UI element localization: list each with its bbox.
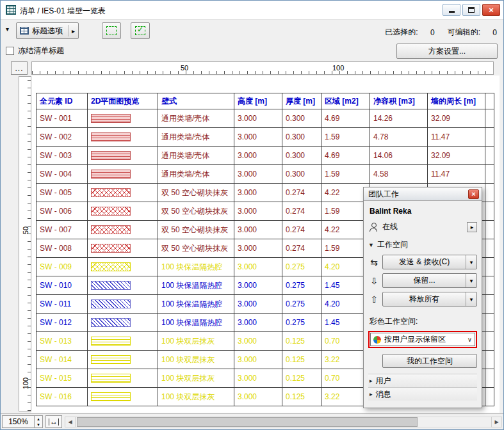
table-row[interactable]: SW - 003 通用类墙/壳体 3.000 0.300 4.69 14.06 … [37,147,494,165]
cell-element-id[interactable]: SW - 010 [37,276,88,295]
messages-section-header[interactable]: ▸ 消息 [368,387,477,401]
cell-thickness[interactable]: 0.125 [282,369,321,388]
cell-area[interactable]: 4.69 [321,109,370,128]
cell-perimeter[interactable]: 32.09 [428,109,485,128]
cell-thickness[interactable]: 0.274 [282,202,321,221]
column-header[interactable]: 墙的周长 [m] [428,93,485,109]
cell-thickness[interactable]: 0.125 [282,351,321,369]
cell-preview[interactable] [88,276,158,295]
marquee-select-checked-button[interactable]: ✓ [131,22,150,39]
cell-thickness[interactable]: 0.274 [282,221,321,239]
chevron-down-icon[interactable]: ▾ [466,292,476,306]
cell-element-id[interactable]: SW - 013 [37,332,88,351]
cell-wall-type[interactable]: 100 块双层抹灰 [158,332,234,351]
cell-height[interactable]: 3.000 [234,388,282,406]
cell-net-volume[interactable]: 4.78 [370,128,428,147]
column-header[interactable]: 高度 [m] [234,93,282,109]
cell-area[interactable]: 1.59 [321,128,370,147]
table-row[interactable]: SW - 001 通用类墙/壳体 3.000 0.300 4.69 14.26 … [37,109,494,128]
cell-net-volume[interactable]: 14.26 [370,109,428,128]
cell-element-id[interactable]: SW - 002 [37,128,88,147]
close-button[interactable]: × [482,4,500,16]
cell-thickness[interactable]: 0.274 [282,239,321,258]
cell-thickness[interactable]: 0.300 [282,109,321,128]
cell-wall-type[interactable]: 双 50 空心砌块抹灰 [158,184,234,202]
cell-wall-type[interactable]: 100 块保温隔热腔 [158,258,234,276]
cell-preview[interactable] [88,184,158,202]
cell-thickness[interactable]: 0.275 [282,258,321,276]
cell-height[interactable]: 3.000 [234,239,282,258]
cell-perimeter[interactable]: 32.09 [428,147,485,165]
cell-preview[interactable] [88,239,158,258]
title-options-button[interactable]: 标题选项 ▸ [16,22,79,39]
column-header[interactable]: 全元素 ID [37,93,88,109]
user-flyout-button[interactable]: ▸ [467,222,477,232]
cell-preview[interactable] [88,147,158,165]
cell-height[interactable]: 3.000 [234,109,282,128]
cell-wall-type[interactable]: 通用类墙/壳体 [158,109,234,128]
marquee-select-button[interactable] [102,22,121,39]
freeze-header-option[interactable]: 冻结清单标题 [6,45,64,56]
cell-preview[interactable] [88,221,158,239]
scrollbar-thumb[interactable] [77,417,418,427]
cell-wall-type[interactable]: 100 块双层抹灰 [158,351,234,369]
cell-wall-type[interactable]: 通用类墙/壳体 [158,128,234,147]
cell-preview[interactable] [88,165,158,184]
column-header[interactable]: 2D平面图预览 [88,93,158,109]
cell-thickness[interactable]: 0.125 [282,332,321,351]
table-row[interactable]: SW - 004 通用类墙/壳体 3.000 0.300 1.59 4.58 1… [37,165,494,184]
column-header[interactable]: 区域 [m2] [321,93,370,109]
cell-wall-type[interactable]: 双 50 空心砌块抹灰 [158,202,234,221]
maximize-button[interactable] [462,4,480,16]
cell-element-id[interactable]: SW - 003 [37,147,88,165]
zoom-control[interactable]: 150% ▲ ▼ [2,415,43,428]
cell-preview[interactable] [88,369,158,388]
minimize-button[interactable] [443,4,460,16]
cell-element-id[interactable]: SW - 011 [37,295,88,314]
cell-element-id[interactable]: SW - 007 [37,221,88,239]
cell-thickness[interactable]: 0.300 [282,165,321,184]
cell-height[interactable]: 3.000 [234,165,282,184]
cell-wall-type[interactable]: 双 50 空心砌块抹灰 [158,239,234,258]
column-header[interactable]: 厚度 [m] [282,93,321,109]
my-workspace-button[interactable]: 我的工作空间 [382,354,477,368]
cell-preview[interactable] [88,109,158,128]
cell-net-volume[interactable]: 4.58 [370,165,428,184]
arrow-down-icon[interactable]: ▼ [35,422,42,427]
cell-thickness[interactable]: 0.300 [282,147,321,165]
cell-wall-type[interactable]: 100 块双层抹灰 [158,388,234,406]
cell-area[interactable]: 4.69 [321,147,370,165]
cell-thickness[interactable]: 0.125 [282,388,321,406]
ruler-corner-button[interactable]: ... [11,61,28,75]
cell-element-id[interactable]: SW - 006 [37,202,88,221]
cell-preview[interactable] [88,314,158,332]
cell-height[interactable]: 3.000 [234,147,282,165]
cell-thickness[interactable]: 0.300 [282,128,321,147]
cell-height[interactable]: 3.000 [234,128,282,147]
column-header[interactable]: 壁式 [158,93,234,109]
cell-height[interactable]: 3.000 [234,221,282,239]
chevron-down-icon[interactable]: ▾ [466,274,476,287]
cell-height[interactable]: 3.000 [234,332,282,351]
cell-element-id[interactable]: SW - 009 [37,258,88,276]
cell-element-id[interactable]: SW - 004 [37,165,88,184]
cell-height[interactable]: 3.000 [234,184,282,202]
teamwork-palette-titlebar[interactable]: 团队工作 × [364,187,482,201]
cell-wall-type[interactable]: 双 50 空心砌块抹灰 [158,221,234,239]
titlebar[interactable]: 清单 / IES-01 墙壁一览表 × [1,1,503,20]
cell-wall-type[interactable]: 通用类墙/壳体 [158,165,234,184]
cell-wall-type[interactable]: 100 块双层抹灰 [158,369,234,388]
cell-element-id[interactable]: SW - 001 [37,109,88,128]
vertical-ruler[interactable]: 50 100 [19,76,31,411]
chevron-down-icon[interactable]: ▾ [6,26,9,33]
cell-thickness[interactable]: 0.275 [282,295,321,314]
cell-preview[interactable] [88,128,158,147]
cell-thickness[interactable]: 0.274 [282,184,321,202]
cell-height[interactable]: 3.000 [234,276,282,295]
arrow-up-icon[interactable]: ▲ [35,416,42,422]
cell-height[interactable]: 3.000 [234,369,282,388]
reserve-button[interactable]: 保留... ▾ [382,273,477,288]
cell-wall-type[interactable]: 100 块保温隔热腔 [158,276,234,295]
scroll-right-button[interactable]: ▶ [491,417,502,427]
cell-preview[interactable] [88,388,158,406]
